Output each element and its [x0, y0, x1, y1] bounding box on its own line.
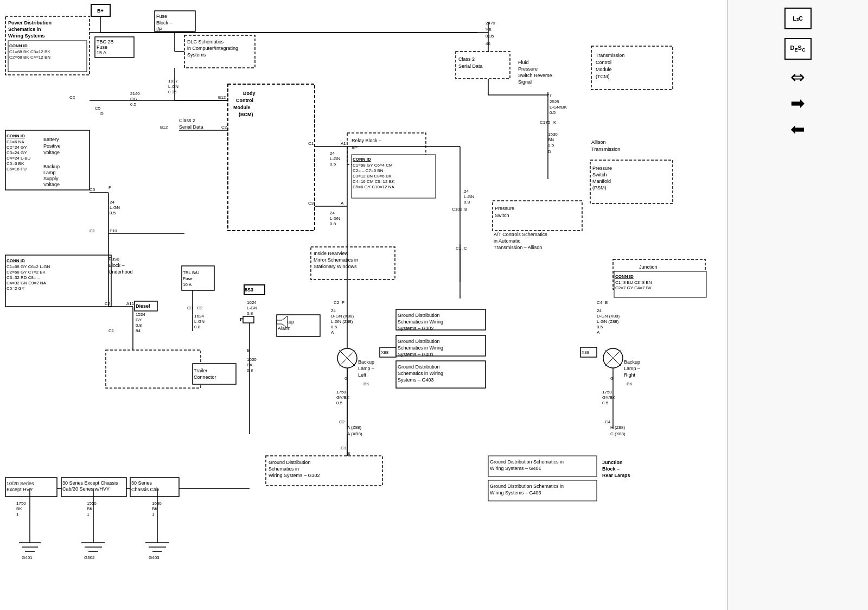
svg-text:D-GN (X88): D-GN (X88)	[597, 314, 620, 319]
svg-text:Lamp –: Lamp –	[624, 366, 640, 371]
svg-text:1650: 1650	[152, 501, 162, 506]
svg-text:30 Series: 30 Series	[131, 480, 152, 486]
svg-text:Inside Rearview: Inside Rearview	[314, 251, 349, 256]
svg-text:10 A: 10 A	[183, 282, 192, 287]
svg-text:D-GN (X88): D-GN (X88)	[331, 314, 354, 319]
svg-text:G403: G403	[149, 555, 159, 560]
svg-text:Chassis Cab: Chassis Cab	[131, 487, 159, 492]
svg-text:Ground Distribution: Ground Distribution	[398, 364, 440, 370]
svg-text:Lamp –: Lamp –	[358, 366, 374, 371]
svg-text:Pressure: Pressure	[518, 66, 538, 72]
backward-button[interactable]: ⬅	[782, 118, 814, 140]
svg-text:C5: C5	[95, 106, 101, 111]
svg-text:Switch: Switch	[592, 172, 607, 177]
svg-text:Relay Block –: Relay Block –	[352, 138, 381, 143]
svg-text:G302: G302	[84, 555, 95, 560]
svg-text:C4=16 CM  C9=12 BK: C4=16 CM C9=12 BK	[353, 179, 395, 184]
forward-button[interactable]: ➡	[782, 92, 814, 114]
svg-text:1524: 1524	[136, 312, 145, 317]
svg-text:Diesel: Diesel	[136, 303, 150, 309]
svg-text:D: D	[100, 111, 104, 116]
svg-text:BK: BK	[363, 382, 369, 386]
svg-text:L-GN (Z88): L-GN (Z88)	[597, 319, 619, 324]
svg-text:30 Series Except Chassis: 30 Series Except Chassis	[62, 480, 118, 486]
svg-text:A: A	[597, 330, 600, 335]
svg-text:L-GN: L-GN	[194, 319, 205, 324]
svg-text:Except HVY: Except HVY	[7, 487, 33, 492]
svg-text:0.5: 0.5	[548, 143, 554, 148]
svg-text:BK: BK	[16, 506, 22, 511]
svg-text:Block –: Block –	[156, 20, 173, 26]
svg-text:Trailer: Trailer	[194, 368, 207, 373]
svg-text:A: A	[331, 330, 334, 335]
svg-text:C3: C3	[308, 201, 314, 206]
svg-text:Schematics in Wiring: Schematics in Wiring	[398, 345, 443, 351]
svg-text:0.5: 0.5	[336, 401, 343, 405]
svg-text:15 A: 15 A	[97, 50, 106, 55]
svg-text:L-GN/BK: L-GN/BK	[550, 105, 567, 110]
svg-text:Wiring Systems – G403: Wiring Systems – G403	[490, 490, 541, 495]
svg-text:Connector: Connector	[194, 374, 216, 380]
svg-text:C5=2 GY: C5=2 GY	[7, 286, 25, 291]
svg-text:C4=32 GN  C9=2 NA: C4=32 GN C9=2 NA	[7, 281, 47, 285]
svg-text:Fuse: Fuse	[156, 14, 167, 19]
svg-text:Ground Distribution Schematics: Ground Distribution Schematics in	[490, 484, 564, 489]
svg-text:C2= –       C7=6 BN: C2= – C7=6 BN	[353, 168, 384, 173]
svg-text:Voltage: Voltage	[43, 150, 60, 155]
svg-text:CONN ID: CONN ID	[9, 43, 28, 48]
svg-text:C1: C1	[90, 228, 95, 233]
svg-text:C: C	[464, 246, 467, 251]
svg-text:C2: C2	[105, 301, 111, 306]
svg-text:BK: BK	[627, 382, 633, 386]
svg-text:Switch: Switch	[495, 213, 509, 218]
svg-text:C2=24 GY: C2=24 GY	[7, 145, 27, 150]
svg-text:0.5: 0.5	[110, 211, 116, 215]
svg-text:C2: C2	[197, 306, 203, 310]
svg-text:B: B	[464, 207, 467, 212]
svg-text:0.8: 0.8	[136, 323, 142, 328]
svg-text:0.8: 0.8	[330, 221, 336, 226]
svg-text:0.8: 0.8	[464, 200, 470, 205]
svg-text:Switch Reverse: Switch Reverse	[518, 73, 552, 78]
svg-text:C4: C4	[605, 420, 611, 424]
svg-text:C5=6 BK: C5=6 BK	[7, 161, 24, 166]
svg-text:L-GN (Z88): L-GN (Z88)	[331, 319, 353, 324]
svg-text:X88: X88	[381, 350, 389, 355]
svg-text:Battery: Battery	[43, 137, 59, 142]
svg-text:A11: A11	[126, 301, 135, 306]
svg-text:24: 24	[597, 308, 602, 313]
svg-text:Rear Lamps: Rear Lamps	[602, 473, 630, 478]
svg-text:C3: C3	[187, 306, 193, 310]
svg-text:in Automatic: in Automatic	[494, 238, 521, 244]
svg-text:Control: Control	[596, 60, 611, 65]
svg-text:Positive: Positive	[43, 143, 61, 149]
svg-text:0.35: 0.35	[168, 90, 177, 94]
svg-text:Fuse: Fuse	[97, 45, 107, 50]
svg-text:C2=7 GY  C4=7 BK: C2=7 GY C4=7 BK	[615, 285, 652, 290]
svg-text:Transmission: Transmission	[596, 53, 624, 58]
svg-text:C4: C4	[597, 300, 603, 305]
back-button[interactable]: ⇔	[782, 66, 814, 88]
svg-text:(PSM): (PSM)	[592, 185, 607, 190]
svg-text:Alarm: Alarm	[278, 326, 291, 331]
svg-text:Wiring Systems: Wiring Systems	[8, 33, 44, 39]
svg-text:C2: C2	[339, 420, 345, 424]
svg-text:Left: Left	[358, 372, 367, 378]
svg-text:C3=32 RD  C8= –: C3=32 RD C8= –	[7, 275, 40, 280]
svg-text:F10: F10	[110, 228, 117, 233]
svg-text:Transmission – Allison: Transmission – Allison	[494, 245, 542, 250]
loc-button[interactable]: L₂C	[784, 8, 812, 29]
svg-text:10/20 Series: 10/20 Series	[7, 481, 34, 486]
svg-text:H (Z88): H (Z88)	[610, 425, 625, 430]
desc-button[interactable]: DESC	[784, 38, 812, 60]
svg-text:GY/BK: GY/BK	[336, 395, 350, 400]
svg-text:A: A	[341, 201, 344, 206]
svg-text:Schematics in: Schematics in	[269, 466, 299, 472]
svg-rect-148	[193, 364, 236, 384]
svg-text:I/P: I/P	[352, 145, 358, 150]
svg-text:L-GN: L-GN	[110, 205, 120, 210]
svg-text:Schematics in Wiring: Schematics in Wiring	[398, 371, 443, 376]
svg-rect-140	[243, 316, 254, 323]
svg-text:B12: B12	[160, 125, 168, 130]
svg-text:L-GN: L-GN	[247, 306, 257, 310]
